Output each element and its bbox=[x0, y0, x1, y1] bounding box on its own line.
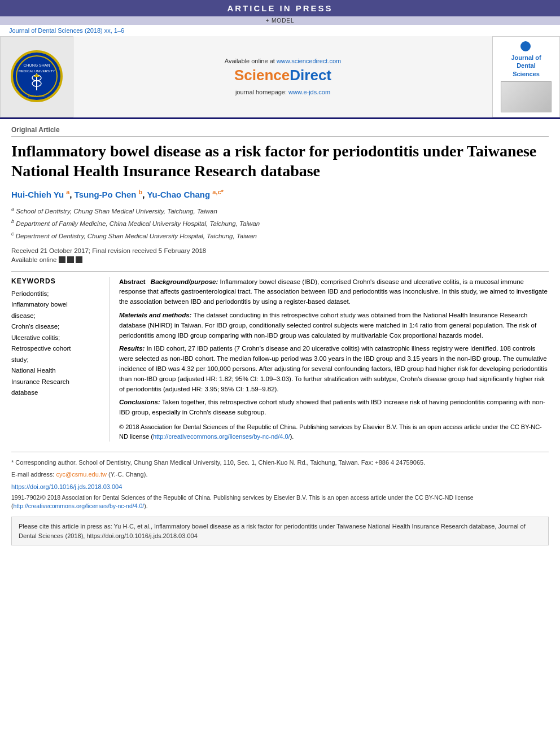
background-title: Background/purpose: bbox=[151, 278, 218, 285]
header-area: CHUNG SHAN MEDICAL UNIVERSITY TAIWAN ROC… bbox=[0, 36, 560, 119]
online-sq-1 bbox=[59, 256, 65, 263]
institution-logo: CHUNG SHAN MEDICAL UNIVERSITY TAIWAN ROC bbox=[0, 36, 73, 117]
keywords-title: KEYWORDS bbox=[11, 277, 102, 285]
author-1-sup: a bbox=[66, 189, 69, 195]
citation-box: Please cite this article in press as: Yu… bbox=[11, 517, 549, 545]
citation-text: Please cite this article in press as: Yu… bbox=[19, 523, 526, 539]
abstract-label: Abstract bbox=[119, 278, 146, 285]
email-label: E-mail address: bbox=[11, 471, 56, 478]
logo-part1: Science bbox=[234, 67, 290, 84]
license-full-url[interactable]: http://creativecommons.org/licenses/by-n… bbox=[14, 503, 145, 509]
abstract-methods: Materials and methods: The dataset condu… bbox=[119, 311, 549, 340]
available-online-line: Available online bbox=[11, 256, 549, 263]
journal-homepage-url[interactable]: www.e-jds.com bbox=[288, 89, 330, 95]
results-text: In IBD cohort, 27 IBD patients (7 Crohn'… bbox=[119, 345, 548, 392]
author-3[interactable]: Yu-Chao Chang bbox=[147, 190, 210, 199]
copyright-line: © 2018 Association for Dental Sciences o… bbox=[119, 422, 549, 442]
article-title: Inflammatory bowel disease as a risk fac… bbox=[11, 141, 549, 181]
jds-circle-icon bbox=[520, 41, 531, 51]
institution-logo-svg: CHUNG SHAN MEDICAL UNIVERSITY TAIWAN ROC bbox=[8, 50, 65, 103]
author-1[interactable]: Hui-Chieh Yu bbox=[11, 190, 64, 199]
abstract-conclusions: Conclusions: Taken together, this retros… bbox=[119, 397, 549, 418]
svg-text:CHUNG SHAN: CHUNG SHAN bbox=[23, 63, 50, 67]
article-banner: ARTICLE IN PRESS bbox=[0, 0, 560, 16]
model-tag: + MODEL bbox=[0, 16, 560, 25]
corresponding-author-note: * Corresponding author. School of Dentis… bbox=[11, 458, 549, 468]
banner-title: ARTICLE IN PRESS bbox=[227, 3, 333, 13]
conclusions-title: Conclusions: bbox=[119, 399, 160, 405]
affiliation-b: b Department of Family Medicine, China M… bbox=[11, 217, 549, 229]
article-type: Original Article bbox=[11, 126, 549, 137]
conclusions-text: Taken together, this retrospective cohor… bbox=[119, 399, 545, 416]
license-suffix: ). bbox=[144, 503, 147, 509]
results-title: Results: bbox=[119, 345, 145, 352]
online-squares bbox=[59, 256, 82, 263]
author-2-sup: b bbox=[139, 189, 143, 195]
author-2[interactable]: Tsung-Po Chen bbox=[75, 190, 137, 199]
affiliations: a School of Dentistry, Chung Shan Medica… bbox=[11, 205, 549, 242]
journal-cover-image bbox=[501, 81, 552, 112]
affiliation-a: a School of Dentistry, Chung Shan Medica… bbox=[11, 205, 549, 216]
license-url[interactable]: http://creativecommons.org/licenses/by-n… bbox=[153, 433, 290, 440]
author-3-sup: a,c* bbox=[212, 189, 224, 195]
sciencedirect-url[interactable]: www.sciencedirect.com bbox=[277, 58, 341, 64]
sciencedirect-header: Available online at www.sciencedirect.co… bbox=[73, 36, 492, 117]
sciencedirect-logo: ScienceDirect bbox=[234, 67, 331, 84]
authors-line: Hui-Chieh Yu a, Tsung-Po Chen b, Yu-Chao… bbox=[11, 189, 549, 199]
email-address[interactable]: cyc@csmu.edu.tw bbox=[56, 471, 106, 478]
journal-homepage: journal homepage: www.e-jds.com bbox=[235, 89, 330, 95]
keywords-list: Periodontitis; Inflammatory bowel diseas… bbox=[11, 289, 102, 399]
journal-title-text: Journal ofDentalSciences bbox=[511, 54, 541, 78]
email-line: E-mail address: cyc@csmu.edu.tw (Y.-C. C… bbox=[11, 471, 549, 478]
abstract-column: Abstract Background/purpose: Inflammator… bbox=[110, 277, 549, 442]
methods-title: Materials and methods: bbox=[119, 312, 191, 318]
doi-link[interactable]: https://doi.org/10.1016/j.jds.2018.03.00… bbox=[11, 483, 549, 490]
dates-line: Received 21 October 2017; Final revision… bbox=[11, 247, 549, 254]
journal-logo-box: Journal ofDentalSciences bbox=[492, 36, 560, 117]
abstract-intro: Abstract Background/purpose: Inflammator… bbox=[119, 277, 549, 307]
copyright-end: ). bbox=[290, 433, 294, 440]
online-sq-2 bbox=[67, 256, 74, 263]
svg-text:TAIWAN ROC: TAIWAN ROC bbox=[28, 94, 46, 98]
svg-text:MEDICAL UNIVERSITY: MEDICAL UNIVERSITY bbox=[19, 69, 55, 73]
main-content: Original Article Inflammatory bowel dise… bbox=[0, 119, 560, 552]
abstract-area: KEYWORDS Periodontitis; Inflammatory bow… bbox=[11, 271, 549, 442]
email-note: (Y.-C. Chang). bbox=[107, 471, 148, 478]
logo-part2: Direct bbox=[290, 67, 331, 84]
journal-icon bbox=[520, 41, 532, 51]
journal-ref: Journal of Dental Sciences (2018) xx, 1–… bbox=[0, 25, 560, 36]
available-text: Available online at www.sciencedirect.co… bbox=[225, 58, 341, 64]
affiliation-c: c Department of Dentistry, Chung Shan Me… bbox=[11, 230, 549, 241]
star-note: * Corresponding author. School of Dentis… bbox=[11, 459, 425, 466]
online-sq-3 bbox=[76, 256, 82, 263]
abstract-results: Results: In IBD cohort, 27 IBD patients … bbox=[119, 344, 549, 394]
license-text: 1991-7902/© 2018 Association for Dental … bbox=[11, 493, 549, 512]
footer-section: * Corresponding author. School of Dentis… bbox=[11, 452, 549, 545]
keywords-column: KEYWORDS Periodontitis; Inflammatory bow… bbox=[11, 277, 110, 442]
available-online-label: Available online bbox=[11, 256, 56, 263]
